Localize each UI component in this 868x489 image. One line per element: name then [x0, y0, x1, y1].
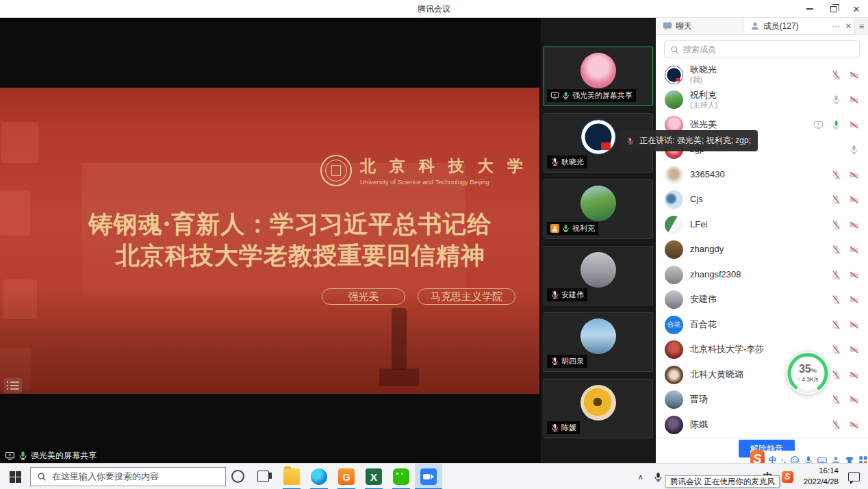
member-row[interactable]: 安建伟 — [656, 288, 868, 313]
member-row[interactable]: 北京科技大学-李莎 — [656, 338, 868, 363]
camera-muted-icon[interactable] — [849, 95, 859, 105]
restore-icon — [830, 6, 837, 12]
member-avatar — [665, 416, 683, 434]
camera-muted-icon[interactable] — [849, 420, 859, 430]
member-name: 3365430 — [690, 170, 831, 180]
mic-on-icon[interactable] — [849, 145, 859, 155]
mic-muted-icon[interactable] — [831, 344, 841, 355]
camera-muted-icon[interactable] — [849, 394, 859, 405]
camera-muted-icon[interactable] — [849, 294, 859, 305]
mic-muted-icon[interactable] — [831, 370, 841, 380]
camera-muted-icon[interactable] — [849, 270, 859, 280]
member-row[interactable]: 祝利克(主持人) — [656, 88, 868, 113]
member-row[interactable]: zhangdy — [656, 238, 868, 263]
panel-controls: ··· ✕ — [830, 18, 854, 34]
panel-tabbar: 聊天 成员(127) ··· ✕ ≡ — [656, 18, 868, 35]
mic-muted-icon[interactable] — [831, 320, 841, 330]
shared-screen-area: 北 京 科 技 大 学 University of Science and Te… — [0, 18, 541, 463]
tab-chat[interactable]: 聊天 — [656, 18, 743, 34]
camera-muted-icon[interactable] — [849, 70, 859, 80]
member-row[interactable]: 陈娥 — [656, 412, 868, 438]
close-button[interactable]: ✕ — [845, 0, 868, 18]
participant-avatar — [580, 385, 616, 421]
camera-muted-icon[interactable] — [849, 220, 859, 230]
slide-title-line2: 北京科技大学老教授重要回信精神 — [0, 240, 539, 272]
camera-muted-icon[interactable] — [849, 120, 859, 130]
mic-muted-icon[interactable] — [831, 220, 841, 230]
member-name: zhangsf2308 — [690, 270, 831, 280]
panel-close-button[interactable]: ✕ — [842, 21, 854, 31]
mic-muted-icon[interactable] — [831, 170, 841, 180]
taskbar-tencent-meeting[interactable] — [415, 464, 442, 489]
camera-muted-icon[interactable] — [849, 370, 859, 380]
member-name: 祝利克 — [690, 90, 831, 101]
video-thumbnail[interactable]: 强光美的屏幕共享 — [544, 47, 653, 106]
mic-muted-icon[interactable] — [831, 394, 841, 405]
start-button[interactable] — [0, 464, 30, 489]
excel-icon: X — [366, 468, 382, 485]
mic-active-icon[interactable] — [831, 120, 841, 130]
video-thumbnail[interactable]: 安建伟 — [544, 246, 653, 305]
mic-muted-icon[interactable] — [831, 420, 841, 430]
participant-avatar — [580, 119, 616, 155]
camera-muted-icon[interactable] — [849, 170, 859, 180]
taskbar-edge[interactable] — [305, 464, 333, 489]
mic-muted-icon[interactable] — [831, 244, 841, 255]
video-thumbnail[interactable]: 祝利克 — [544, 179, 653, 239]
file-explorer-icon — [283, 468, 300, 485]
screen-share-icon — [813, 120, 824, 130]
thumbnail-name: 耿晓光 — [561, 157, 584, 167]
member-row[interactable]: 合花百合花 — [656, 312, 868, 338]
member-name: 耿晓光 — [690, 65, 831, 75]
taskbar-wechat[interactable] — [387, 464, 415, 489]
taskbar-search-input[interactable]: 在这里输入你要搜索的内容 — [30, 467, 226, 486]
member-list[interactable]: 耿晓光(我)祝利克(主持人)强光美zgp3365430CjsLFeizhangd… — [656, 62, 868, 438]
member-row[interactable]: 3365430 — [656, 162, 868, 188]
member-row[interactable]: 耿晓光(我) — [656, 62, 868, 88]
taskbar-excel[interactable]: X — [360, 464, 387, 489]
tab-members[interactable]: 成员(127) — [743, 18, 830, 34]
participant-avatar — [580, 252, 616, 288]
camera-muted-icon[interactable] — [849, 195, 859, 205]
member-row[interactable]: zhangsf2308 — [656, 262, 868, 288]
slide-title-line1: 铸钢魂·育新人：学习习近平总书记给 — [0, 208, 539, 240]
presenter-list-icon[interactable] — [4, 378, 22, 393]
tab-chat-label: 聊天 — [676, 21, 692, 32]
camera-muted-icon[interactable] — [849, 244, 859, 255]
members-icon — [750, 21, 760, 31]
camera-muted-icon[interactable] — [849, 344, 859, 355]
member-avatar — [665, 166, 683, 184]
task-view-button[interactable] — [257, 471, 269, 482]
video-thumbnail[interactable]: 陈媛 — [544, 379, 653, 438]
member-row[interactable]: Cjs — [656, 188, 868, 213]
member-row[interactable]: LFei — [656, 212, 868, 238]
action-center-icon[interactable] — [848, 472, 860, 481]
mic-muted-icon[interactable] — [831, 294, 841, 305]
tray-mic-icon[interactable] — [653, 472, 663, 482]
thumbnail-label: 祝利克 — [547, 222, 598, 235]
mic-muted-icon[interactable] — [831, 195, 841, 205]
seal-watermark — [3, 279, 37, 319]
minimize-button[interactable] — [798, 0, 821, 18]
tray-hidden-icons-button[interactable]: ∧ — [638, 473, 643, 481]
restore-button[interactable] — [821, 0, 845, 18]
tray-sogou-icon[interactable]: S — [782, 471, 793, 483]
panel-menu-button[interactable]: ≡ — [854, 18, 868, 35]
mic-muted-icon[interactable] — [831, 270, 841, 280]
member-row[interactable]: 曹玚 — [656, 388, 868, 413]
mic-muted-icon — [550, 357, 559, 366]
taskbar-browser-g[interactable]: G — [333, 464, 360, 489]
member-search-input[interactable]: 搜索成员 — [664, 40, 860, 58]
mic-muted-icon[interactable] — [831, 70, 841, 80]
thumbnail-label: 强光美的屏幕共享 — [547, 89, 636, 102]
ustb-logo: 北 京 科 技 大 学 University of Science and Te… — [320, 155, 527, 186]
taskbar-file-explorer[interactable] — [278, 464, 305, 489]
member-row[interactable]: 北科大黄晓璐 — [656, 362, 868, 388]
camera-muted-icon[interactable] — [849, 320, 859, 330]
mic-on-icon[interactable] — [831, 95, 841, 105]
cortana-button[interactable] — [231, 470, 244, 483]
tray-clock[interactable]: 16:14 2022/4/28 — [804, 466, 839, 487]
panel-more-button[interactable]: ··· — [830, 21, 842, 31]
video-thumbnail[interactable]: 胡四泉 — [544, 312, 653, 372]
progress-ring-icon — [787, 352, 829, 394]
